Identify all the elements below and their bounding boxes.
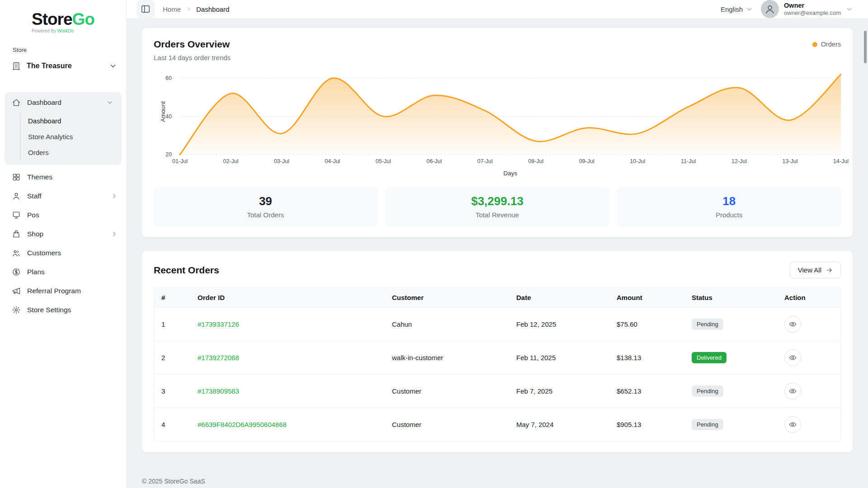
cell-index: 3 xyxy=(154,379,190,403)
view-all-button[interactable]: View All xyxy=(790,262,841,278)
x-tick-label: 05-Jul xyxy=(376,158,391,164)
x-tick-label: 03-Jul xyxy=(274,158,289,164)
x-axis-ticks: 01-Jul02-Jul03-Jul04-Jul05-Jul06-Jul07-J… xyxy=(180,158,841,167)
column-header-action: Action xyxy=(777,288,840,307)
app-root: StoreGo Powered By WorkDo Store The Trea… xyxy=(0,0,868,488)
sidebar-item-referral-program[interactable]: Referral Program xyxy=(0,282,126,300)
sidebar-group-dashboard: DashboardDashboardStore AnalyticsOrders xyxy=(5,92,122,165)
x-tick-label: 10-Jul xyxy=(630,158,645,164)
sidebar-item-customers[interactable]: Customers xyxy=(0,244,126,263)
stat-tile-products: 18Products xyxy=(617,188,841,226)
cell-date: Feb 12, 2025 xyxy=(509,312,609,336)
scrollbar-thumb[interactable] xyxy=(864,31,867,63)
stat-label: Total Revenue xyxy=(390,211,605,219)
grid-icon xyxy=(12,173,21,182)
cell-index: 4 xyxy=(154,413,190,436)
x-tick-label: 14-Jul xyxy=(833,158,849,164)
home-icon xyxy=(12,98,21,107)
column-header-order-id: Order ID xyxy=(190,288,385,307)
x-tick-label: 07-Jul xyxy=(477,158,493,164)
status-badge: Delivered xyxy=(692,352,726,363)
chevron-right-icon xyxy=(111,192,118,200)
sidebar-item-label: Themes xyxy=(27,173,52,181)
stat-label: Total Orders xyxy=(158,211,373,219)
profile-meta: Owner owner@example.com xyxy=(784,1,841,17)
language-dropdown[interactable]: English xyxy=(721,5,753,13)
logo-text: StoreGo xyxy=(32,11,94,28)
table-row: 1#1739337126CahunFeb 12, 2025$75.60Pendi… xyxy=(154,308,840,341)
sidebar-nav: DashboardDashboardStore AnalyticsOrdersT… xyxy=(0,92,126,319)
recent-orders-table: #Order IDCustomerDateAmountStatusAction1… xyxy=(154,287,841,441)
sidebar-item-store-settings[interactable]: Store Settings xyxy=(0,300,126,319)
order-id-link[interactable]: #1739272068 xyxy=(198,354,239,361)
cell-amount: $75.60 xyxy=(609,312,684,336)
storego-logo[interactable]: StoreGo Powered By WorkDo xyxy=(32,11,94,33)
profile-menu[interactable]: Owner owner@example.com xyxy=(761,0,853,18)
view-order-button[interactable] xyxy=(784,416,801,433)
sidebar-item-label: Customers xyxy=(27,249,61,257)
chevron-down-icon[interactable] xyxy=(109,62,117,70)
stat-tile-total-orders: 39Total Orders xyxy=(154,188,377,226)
status-badge: Pending xyxy=(692,319,723,330)
sidebar-item-themes[interactable]: Themes xyxy=(0,168,126,187)
view-order-button[interactable] xyxy=(784,316,801,333)
store-section-label: Store xyxy=(13,47,126,53)
order-id-link[interactable]: #6639F8402D6A9950604868 xyxy=(198,421,287,428)
status-badge: Pending xyxy=(692,419,723,430)
table-row: 4#6639F8402D6A9950604868CustomerMay 7, 2… xyxy=(154,408,840,441)
sidebar-item-plans[interactable]: Plans xyxy=(0,263,126,282)
sidebar-subitem-dashboard[interactable]: Dashboard xyxy=(21,113,122,129)
view-order-button[interactable] xyxy=(784,349,801,366)
column-header--: # xyxy=(154,288,190,307)
breadcrumb-home[interactable]: Home xyxy=(163,5,181,13)
x-tick-label: 04-Jul xyxy=(325,158,340,164)
sidebar-item-pos[interactable]: Pos xyxy=(0,206,126,225)
column-header-status: Status xyxy=(684,288,777,307)
chevron-right-icon xyxy=(185,6,192,12)
sidebar-subitem-store-analytics[interactable]: Store Analytics xyxy=(21,129,122,145)
x-axis-label: Days xyxy=(180,170,841,177)
content-area: Orders Overview Last 14 days order trend… xyxy=(127,18,868,488)
sidebar-item-label: Store Settings xyxy=(27,306,71,314)
cell-amount: $652.13 xyxy=(609,379,684,403)
order-id-link[interactable]: #1739337126 xyxy=(198,320,239,328)
x-tick-label: 11-Jul xyxy=(681,158,696,164)
orders-overview-card: Orders Overview Last 14 days order trend… xyxy=(142,28,853,237)
sidebar-item-staff[interactable]: Staff xyxy=(0,187,126,206)
eye-icon xyxy=(789,354,797,361)
powered-by-text: Powered By WorkDo xyxy=(32,28,94,33)
breadcrumb-current: Dashboard xyxy=(196,5,229,13)
sidebar-item-label: Shop xyxy=(27,230,43,238)
chevron-right-icon xyxy=(111,230,118,238)
recent-orders-title: Recent Orders xyxy=(154,265,219,276)
cell-index: 1 xyxy=(154,312,190,336)
stats-row: 39Total Orders$3,299.13Total Revenue18Pr… xyxy=(154,188,841,226)
table-row: 2#1739272068walk-in-customerFeb 11, 2025… xyxy=(154,341,840,375)
cell-index: 2 xyxy=(154,346,190,370)
plans-icon xyxy=(12,267,21,277)
stat-tile-total-revenue: $3,299.13Total Revenue xyxy=(386,188,609,226)
cell-customer: Customer xyxy=(385,379,509,403)
y-tick-label: 40 xyxy=(165,113,172,120)
shop-icon xyxy=(12,230,21,239)
chevron-down-icon xyxy=(746,6,753,13)
user-icon xyxy=(764,4,775,14)
sidebar-sublist: DashboardStore AnalyticsOrders xyxy=(20,113,122,160)
sidebar-item-dashboard[interactable]: Dashboard xyxy=(5,93,122,112)
store-name: The Treasure xyxy=(27,62,72,70)
sidebar-subitem-orders[interactable]: Orders xyxy=(21,145,122,160)
table-header-row: #Order IDCustomerDateAmountStatusAction xyxy=(154,288,840,308)
sidebar-toggle-button[interactable] xyxy=(137,0,155,18)
legend-dot xyxy=(812,42,817,47)
recent-orders-card: Recent Orders View All #Order IDCustomer… xyxy=(142,251,853,452)
store-selector[interactable]: The Treasure xyxy=(0,57,126,75)
view-order-button[interactable] xyxy=(784,383,801,399)
sidebar-item-shop[interactable]: Shop xyxy=(0,225,126,244)
settings-icon xyxy=(12,305,21,314)
x-tick-label: 01-Jul xyxy=(172,158,188,164)
cell-customer: Cahun xyxy=(385,312,509,336)
pos-icon xyxy=(12,211,21,220)
sidebar-item-label: Plans xyxy=(27,268,45,276)
order-id-link[interactable]: #1738909583 xyxy=(198,387,239,395)
status-badge: Pending xyxy=(692,385,723,397)
